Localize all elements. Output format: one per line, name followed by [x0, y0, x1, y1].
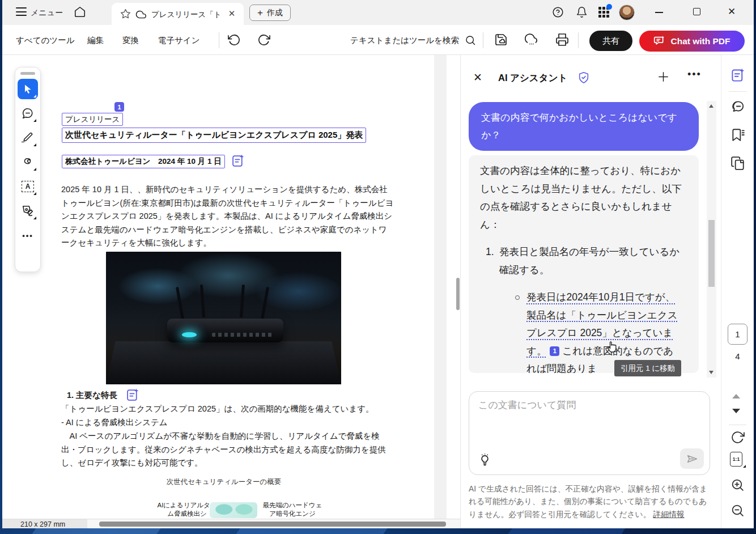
draw-tool[interactable]	[18, 152, 38, 172]
tool-options-corner	[33, 95, 36, 98]
all-tools-menu[interactable]: すべてのツール	[16, 35, 75, 46]
lasso-squiggle-icon	[22, 156, 34, 168]
window-minimize-button[interactable]	[655, 12, 663, 13]
tab-title: プレスリリース「トゥ...	[151, 10, 219, 20]
cloud-upload-icon[interactable]	[525, 33, 538, 46]
share-button[interactable]: 共有	[589, 31, 632, 51]
zoom-in-icon[interactable]	[730, 478, 745, 492]
ai-assistant-title: AI アシスタント	[498, 72, 567, 84]
apps-grid-icon[interactable]	[598, 7, 610, 18]
panel-scrollbar-thumb[interactable]	[708, 220, 715, 287]
wallpaper-streak	[508, 528, 625, 534]
hamburger-menu-icon[interactable]	[16, 7, 27, 16]
next-page-chevron-icon[interactable]	[732, 409, 740, 413]
figure-label-left: AIによるリアルタイム脅威検出シ	[156, 501, 218, 518]
ai-annotation-icon[interactable]	[126, 388, 140, 402]
divider	[729, 425, 746, 425]
create-tab-button[interactable]: + 作成	[249, 5, 291, 21]
save-icon[interactable]	[494, 33, 508, 46]
chat-with-pdf-button[interactable]: Chat with PDF	[639, 31, 745, 52]
shield-check-icon	[577, 71, 590, 84]
assistant-response-card: 文書の内容は全体的に整っており、特におかしいところは見当たりません。ただし、以下…	[469, 155, 699, 373]
ai-annotation-icon[interactable]	[231, 154, 245, 168]
document-vertical-scrollbar[interactable]	[456, 278, 460, 310]
help-icon[interactable]	[552, 6, 564, 18]
page-thumbnails-icon[interactable]	[730, 156, 745, 171]
convert-menu[interactable]: 変換	[122, 35, 139, 46]
question-input[interactable]	[478, 399, 699, 447]
page-size-label: 210 x 297 mm	[2, 519, 87, 528]
highlight-tool[interactable]	[18, 128, 38, 148]
router-product-image	[106, 252, 341, 384]
bullet-circle	[515, 295, 520, 300]
new-chat-icon[interactable]	[657, 70, 670, 83]
print-icon[interactable]	[555, 33, 569, 46]
previous-page-chevron-icon[interactable]	[732, 394, 740, 399]
right-tool-rail: 1 4 1:1	[721, 55, 754, 528]
learn-more-link[interactable]: 詳細情報	[653, 510, 684, 519]
citation-badge-1[interactable]: 1	[550, 346, 559, 356]
add-text-tool[interactable]: A	[18, 176, 38, 197]
citation-marker-1[interactable]: 1	[114, 102, 124, 112]
ai-assistant-icon[interactable]	[730, 67, 746, 83]
scroll-up-arrow[interactable]	[709, 104, 713, 108]
undo-icon[interactable]	[228, 33, 241, 46]
comment-tool[interactable]	[18, 103, 38, 124]
document-title-box[interactable]: 次世代セキュリティルーター「トゥールビヨンエクスプレスプロ 2025」発表	[62, 128, 366, 143]
router-led	[182, 332, 197, 337]
quick-tools-panel: A •••	[15, 67, 41, 272]
window-maximize-button[interactable]	[693, 8, 700, 15]
feature-item-line: - AI による脅威検出システム	[61, 416, 168, 430]
assistant-intro-text: 文書の内容は全体的に整っており、特におかしいところは見当たりません。ただし、以下…	[480, 162, 687, 234]
favorite-star-icon[interactable]	[120, 9, 131, 19]
panel-drag-handle[interactable]	[20, 72, 35, 75]
cursor-arrow-icon	[22, 83, 33, 95]
redo-icon[interactable]	[257, 33, 270, 46]
divider	[483, 32, 483, 48]
total-pages-label: 4	[721, 351, 754, 361]
panel-options-icon[interactable]: •••	[687, 69, 702, 80]
select-tool[interactable]	[18, 79, 38, 99]
toolbar: すべてのツール 編集 変換 電子サイン テキストまたはツールを検索 共有 Cha…	[2, 25, 754, 55]
dateline-box[interactable]: 株式会社トゥールビヨン 2024 年 10 月 1 日	[62, 155, 225, 168]
wallpaper-streak	[32, 528, 160, 534]
desktop: { "colors":{"accent_purple":"#5b5be6","u…	[0, 0, 756, 534]
rotate-page-icon[interactable]	[730, 430, 745, 444]
home-icon[interactable]	[74, 6, 86, 18]
notifications-bell-icon[interactable]	[576, 6, 588, 18]
menu-button[interactable]: メニュー	[31, 8, 63, 18]
window-close-button[interactable]: ✕	[728, 7, 736, 17]
assistant-list-item: 1. 発表日と製品名の年号が一致しているか確認する。	[480, 243, 687, 279]
suggestions-lightbulb-icon[interactable]	[478, 454, 491, 467]
zoom-out-icon[interactable]	[730, 503, 745, 518]
scroll-down-arrow[interactable]	[709, 371, 713, 374]
chat-sparkle-icon	[653, 35, 665, 47]
tab-close-icon[interactable]: ✕	[227, 9, 237, 19]
figure-thumbnail	[210, 502, 257, 518]
send-button[interactable]	[680, 448, 704, 469]
question-input-box	[469, 391, 710, 475]
press-release-tag-box[interactable]: プレスリリース	[62, 113, 123, 126]
bookmarks-icon[interactable]	[730, 128, 745, 142]
divider	[219, 32, 219, 48]
user-avatar[interactable]	[619, 5, 635, 20]
text-box-icon: A	[22, 181, 34, 192]
search-field[interactable]: テキストまたはツールを検索	[350, 33, 476, 48]
document-tab[interactable]: プレスリリース「トゥ... ✕	[112, 3, 244, 25]
panel-close-icon[interactable]: ✕	[473, 71, 482, 84]
current-page-input[interactable]: 1	[728, 324, 747, 345]
figure-caption: 次世代セキュリティルーターの概要	[111, 477, 337, 486]
more-tools[interactable]: •••	[18, 225, 38, 245]
horizontal-scrollbar[interactable]	[99, 522, 446, 527]
citation-tooltip: 引用元 1 に移動	[614, 360, 681, 376]
ai-assistant-panel: ✕ AI アシスタント ••• 文書の内容で何かおかしいところはないですか？ 文…	[460, 55, 721, 528]
sign-tool[interactable]	[18, 201, 38, 221]
actual-size-icon[interactable]: 1:1	[730, 452, 742, 467]
comments-icon[interactable]	[730, 99, 745, 114]
send-plane-icon	[686, 453, 698, 465]
edit-menu[interactable]: 編集	[87, 35, 104, 46]
router-body	[167, 319, 283, 342]
plus-icon: +	[257, 7, 263, 19]
ellipsis-icon: •••	[22, 231, 33, 240]
esign-menu[interactable]: 電子サイン	[158, 35, 200, 46]
